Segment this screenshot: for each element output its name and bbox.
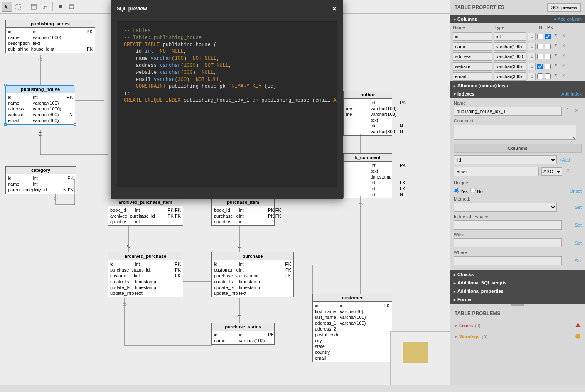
col-name-input[interactable] [453,62,492,71]
reorder-icon[interactable]: ▾ [552,63,559,70]
col-type-input[interactable] [494,62,526,71]
table-publishing-series[interactable]: publishing_series idintPKnamevarchar(100… [5,20,95,53]
pk-checkbox[interactable] [545,64,551,69]
svg-point-10 [54,197,57,200]
delete-icon[interactable]: ✕ [560,73,567,80]
close-icon[interactable]: ✕ [332,5,337,12]
table-header: category [6,167,76,174]
nullable-checkbox[interactable] [537,54,543,59]
tool-table[interactable] [29,2,39,12]
resize-handle[interactable] [511,304,524,306]
sql-preview-button[interactable]: SQL preview [547,3,581,12]
resize-handle[interactable] [4,84,7,86]
table-comment[interactable]: k_comment intPKtexttimestampintFKintFKin… [343,153,392,198]
table-purchase-item[interactable]: purchase_item book_idintPK FKpurchase_id… [211,198,275,226]
tool-line[interactable] [40,2,50,12]
set-link[interactable]: Set [575,240,582,245]
section-columns[interactable]: ▾Columns + Add column [450,15,585,23]
gear-icon[interactable]: ⚙ [528,73,536,80]
warnings-row[interactable]: ▾ Warnings (0) [450,331,585,342]
nullable-checkbox[interactable] [537,74,543,79]
table-archived-purchase[interactable]: archived_purchase idintPKpurchase_status… [108,252,183,297]
reorder-icon[interactable]: ▾ [552,43,559,50]
table-category[interactable]: category idintPKnameintparent_category_i… [5,166,76,194]
chevron-down-icon: ▾ [455,334,457,340]
add-index-column[interactable]: +Add [559,157,570,162]
unique-yes-radio[interactable]: Yes [454,188,468,194]
unique-no-radio[interactable]: No [470,188,483,194]
section-format[interactable]: ▸Format [450,295,585,304]
where-input[interactable] [454,256,562,265]
minimap[interactable] [390,331,450,385]
section-additional-sql[interactable]: ▸Additional SQL scripts [450,279,585,287]
collapse-icon[interactable]: ⌃ [564,108,571,115]
add-index-link[interactable]: + Add index [558,91,582,96]
nullable-checkbox[interactable] [537,34,543,39]
col-name-input[interactable] [453,32,492,41]
index-name-input[interactable] [454,107,562,116]
tool-marquee[interactable] [13,2,23,12]
col-name-input[interactable] [453,42,492,51]
set-link[interactable]: Set [575,258,582,263]
pk-checkbox[interactable] [545,54,551,59]
tool-selection[interactable] [2,2,12,12]
add-column-link[interactable]: + Add column [554,17,582,22]
tool-note[interactable] [66,2,76,12]
svg-point-17 [575,334,580,339]
errors-row[interactable]: ▾ Errors (0) [450,320,585,331]
table-purchase-status[interactable]: purchase_status idintPKnamevarchar(100) [211,323,275,345]
section-checks[interactable]: ▸Checks [450,270,585,279]
delete-icon[interactable]: ✕ [565,168,571,175]
table-author[interactable]: author intPKmevarchar(100)mevarchar(100)… [343,91,392,136]
table-purchase[interactable]: purchase idintPKcustomer_idintFKpurchase… [211,252,294,297]
nullable-checkbox[interactable] [537,64,543,69]
nullable-checkbox[interactable] [537,44,543,49]
resize-handle[interactable] [74,123,76,126]
reorder-icon[interactable]: ▾ [552,53,559,60]
table-archived-purchase-item[interactable]: archived_purchase_item book_idintPK FKar… [108,198,183,226]
warning-icon [575,333,581,340]
index-column-name[interactable] [454,167,539,176]
col-name-input[interactable] [453,72,492,81]
index-comment-input[interactable] [454,125,576,140]
table-customer[interactable]: customer idintPKfirst_namevarchar(80)las… [312,294,392,362]
reorder-icon[interactable]: ▾ [552,33,559,40]
section-indexes[interactable]: ▾Indexes + Add index [450,90,585,98]
tool-list[interactable] [55,2,65,12]
label: With: [454,232,582,237]
col-type-input[interactable] [494,52,526,61]
pk-checkbox[interactable] [545,34,551,39]
set-link[interactable]: Set [575,205,582,210]
set-link[interactable]: Set [575,223,582,228]
method-select[interactable] [454,203,557,212]
index-column-select[interactable]: id [454,155,557,164]
sort-order-select[interactable]: ASC [541,167,562,176]
pk-checkbox[interactable] [545,74,551,79]
table-publishing-house[interactable]: publishing_house idintPKnamevarchar(100)… [5,85,75,125]
section-alt-keys[interactable]: ▸Alternate (unique) keys [450,81,585,90]
gear-icon[interactable]: ⚙ [528,43,536,50]
gear-icon[interactable]: ⚙ [528,63,536,70]
col-name-input[interactable] [453,52,492,61]
col-type-input[interactable] [494,72,526,81]
sql-code[interactable]: -- tables -- Table: publishing_house CRE… [117,21,337,187]
reorder-icon[interactable]: ▾ [552,73,559,80]
unset-link[interactable]: Unset [570,189,582,194]
col-type-input[interactable] [494,32,526,41]
pk-checkbox[interactable] [545,44,551,49]
gear-icon[interactable]: ⚙ [528,33,536,40]
svg-point-14 [238,315,241,318]
resize-handle[interactable] [74,84,76,86]
resize-handle[interactable] [4,123,7,126]
section-additional-props[interactable]: ▸Additional properties [450,287,585,295]
table-header: k_comment [344,154,392,162]
col-type-input[interactable] [494,42,526,51]
delete-icon[interactable]: ✕ [573,108,580,115]
delete-icon[interactable]: ✕ [560,33,567,40]
delete-icon[interactable]: ✕ [560,63,567,70]
delete-icon[interactable]: ✕ [560,43,567,50]
tablespace-input[interactable] [454,220,562,230]
gear-icon[interactable]: ⚙ [528,53,536,60]
delete-icon[interactable]: ✕ [560,53,567,60]
with-input[interactable] [454,238,562,247]
